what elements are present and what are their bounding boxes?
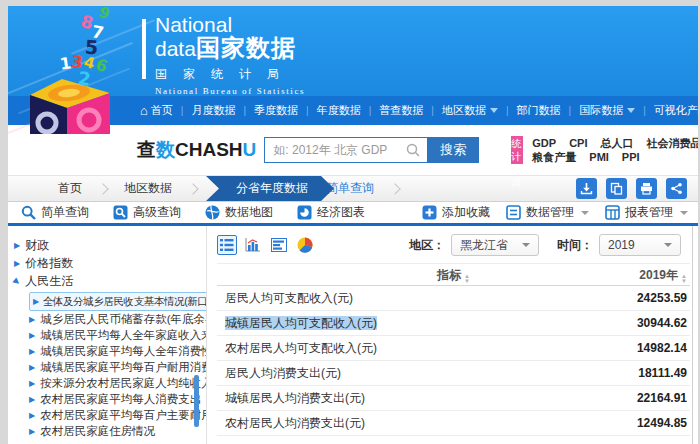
cube-logo-illustration: 897513462: [18, 6, 138, 134]
triangle-right-icon: ▶: [10, 274, 24, 289]
sidebar-tree-item[interactable]: ▶ 农村居民家庭平均每人消费支出: [8, 392, 206, 407]
hot-word-link[interactable]: GDP: [532, 136, 556, 150]
search-input-wrap: [264, 137, 427, 163]
time-value: 2019: [608, 238, 635, 252]
nav-item-label: 部门数据: [517, 103, 561, 118]
year-column-header[interactable]: 2019年▲▼: [639, 264, 687, 287]
view-bar-chart-button[interactable]: [243, 235, 263, 255]
search-button[interactable]: 搜索: [427, 137, 479, 163]
breadcrumb-item-label: 地区数据: [124, 176, 172, 201]
nav-item[interactable]: 月度数据: [177, 103, 240, 118]
table-row[interactable]: 农村居民人均可支配收入(元) 14982.14: [217, 336, 690, 361]
data-manage-menu[interactable]: 数据管理: [506, 204, 589, 221]
search-input[interactable]: [264, 137, 427, 163]
horizontal-bar-icon: [271, 238, 287, 252]
hot-word-link[interactable]: PMI: [589, 150, 609, 164]
breadcrumb-item[interactable]: 首页: [58, 176, 124, 201]
row-indicator-text: 农村居民人均可支配收入(元): [225, 341, 377, 355]
simple-query-tool[interactable]: 简单查询: [21, 204, 89, 221]
report-manage-icon: [605, 205, 620, 220]
sidebar-item-label: 城镇居民家庭平均每百户耐用消费品拥有量: [40, 360, 206, 375]
nav-item[interactable]: 部门数据: [502, 103, 565, 118]
home-icon: ⌂: [140, 103, 148, 118]
sidebar-items: ▶ 财政 ▶ 价格指数 ▶ 人民: [8, 238, 206, 439]
sidebar-tree-item[interactable]: ▶ 农村居民家庭住房情况: [8, 424, 206, 439]
print-button[interactable]: [636, 178, 657, 199]
table-row[interactable]: 居民人均消费支出(元) 18111.49: [217, 361, 690, 386]
chashu-brand: 查数CHASHU: [137, 137, 256, 163]
breadcrumb-item[interactable]: 地区数据: [124, 176, 214, 201]
triangle-right-icon: ▶: [29, 328, 35, 343]
site-header: 897513462 National data国家数据 国家统计局 Nation…: [8, 6, 698, 96]
nav-item[interactable]: 地区数据: [427, 103, 502, 118]
hot-word-link[interactable]: 总人口: [600, 136, 633, 150]
row-indicator-text: 居民人均消费支出(元): [225, 366, 341, 380]
row-indicator-text: 居民人均可支配收入(元): [225, 291, 353, 305]
region-dropdown[interactable]: 黑龙江省: [451, 234, 539, 256]
site-logo[interactable]: National data国家数据 国家统计局 National Bureau …: [155, 13, 305, 96]
breadcrumb: 首页 地区数据 分省年度数据 简单查询: [8, 175, 698, 202]
brand-part: 数: [156, 139, 175, 160]
view-table-button[interactable]: [217, 235, 237, 255]
triangle-right-icon: ▶: [14, 238, 20, 253]
report-manage-menu[interactable]: 报表管理: [605, 204, 688, 221]
plus-icon: [422, 205, 437, 220]
nav-item[interactable]: ⌂ 首页: [136, 103, 177, 118]
data-table: 指标▲▼ 2019年▲▼ 居民人均可支配收入(元) 24253.59: [217, 263, 690, 436]
hot-word-link[interactable]: PPI: [622, 150, 640, 164]
indicator-column-header[interactable]: 指标▲▼: [217, 264, 690, 287]
hot-word-link[interactable]: 粮食产量: [532, 150, 576, 164]
breadcrumb-item[interactable]: 分省年度数据: [206, 176, 334, 201]
sidebar-tree-item[interactable]: ▶ 农村居民家庭平均每百户主要耐用消费品拥: [8, 408, 206, 423]
nav-item[interactable]: 国际数据: [565, 103, 640, 118]
view-controls: 地区： 黑龙江省 时间： 2019: [217, 233, 690, 257]
hot-word-link[interactable]: 社会消费品零售总额: [646, 136, 698, 150]
sidebar-tree-item[interactable]: ▶ 城乡居民人民币储蓄存款(年底余额): [8, 312, 206, 327]
sidebar-tree-item[interactable]: ▶ 财政: [8, 238, 206, 253]
sidebar-tree-item[interactable]: ▶ 城镇居民家庭平均每百户耐用消费品拥有量: [8, 360, 206, 375]
sidebar-item-label: 价格指数: [25, 256, 73, 271]
advanced-query-tool[interactable]: 高级查询: [113, 204, 181, 221]
view-hbar-chart-button[interactable]: [269, 235, 289, 255]
sidebar-item-inner: ▶ 农村居民家庭平均每百户主要耐用消费品拥: [29, 408, 206, 423]
chevron-down-icon: [664, 243, 672, 247]
view-pie-chart-button[interactable]: [295, 235, 315, 255]
data-map-tool[interactable]: 数据地图: [205, 204, 273, 221]
sidebar-tree-item[interactable]: ▶ 全体及分城乡居民收支基本情况(新口径): [8, 292, 206, 311]
hot-word-link[interactable]: CPI: [569, 136, 587, 150]
main-panel: 地区： 黑龙江省 时间： 2019 指标▲▼: [207, 226, 698, 444]
triangle-right-icon: ▶: [29, 424, 35, 439]
nav-item[interactable]: 可视化产品: [639, 103, 698, 118]
tool-label: 数据管理: [526, 204, 574, 221]
download-button[interactable]: [576, 178, 597, 199]
copy-button[interactable]: [606, 178, 627, 199]
sidebar-tree-item[interactable]: ▶ 按来源分农村居民家庭人均纯收入: [8, 376, 206, 391]
add-favorite-button[interactable]: 添加收藏: [422, 204, 490, 221]
table-row[interactable]: 城镇居民人均消费支出(元) 22164.91: [217, 386, 690, 411]
time-dropdown[interactable]: 2019: [599, 234, 681, 256]
logo-line2-en: data: [155, 37, 196, 60]
row-indicator: 农村居民人均可支配收入(元): [217, 340, 560, 357]
sidebar-tree-item[interactable]: ▶ 城镇居民平均每人全年家庭收入来源: [8, 328, 206, 343]
triangle-right-icon: ▶: [14, 256, 20, 271]
nav-item[interactable]: 季度数据: [239, 103, 302, 118]
nav-item[interactable]: 普查数据: [365, 103, 428, 118]
sidebar-tree-item[interactable]: ▶ 价格指数: [8, 256, 206, 271]
hot-words-line2: 粮食产量PMIPPI: [532, 150, 698, 164]
breadcrumb-actions: [576, 176, 698, 201]
nav-list: ⌂ 首页 月度数据 季度数据 年度数据: [136, 103, 698, 118]
share-button[interactable]: [666, 178, 687, 199]
row-indicator: 城镇居民人均消费支出(元): [217, 390, 560, 407]
table-row[interactable]: 城镇居民人均可支配收入(元) 30944.62: [217, 311, 690, 336]
table-row[interactable]: 农村居民人均消费支出(元) 12494.85: [217, 411, 690, 436]
table-row[interactable]: 居民人均可支配收入(元) 24253.59: [217, 286, 690, 311]
pie-chart-icon: [297, 237, 313, 253]
nav-item[interactable]: 年度数据: [302, 103, 365, 118]
breadcrumb-item[interactable]: 简单查询: [326, 176, 416, 201]
sidebar-tree-item[interactable]: ▶ 人民生活: [8, 274, 206, 289]
sidebar-scrollbar[interactable]: [194, 375, 199, 427]
sidebar-tree-item[interactable]: ▶ 城镇居民家庭平均每人全年消费性支出: [8, 344, 206, 359]
breadcrumb-item-label: 首页: [58, 176, 82, 201]
economic-chart-tool[interactable]: 经济图表: [297, 204, 365, 221]
share-icon: [670, 182, 683, 195]
